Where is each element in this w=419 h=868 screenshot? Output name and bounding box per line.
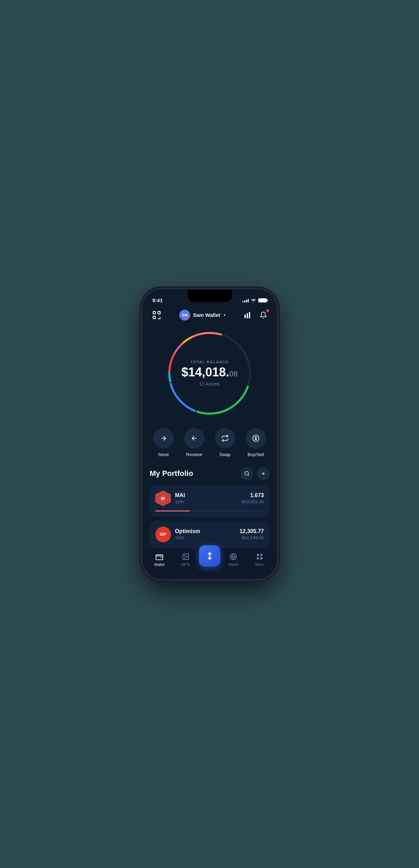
- nfts-nav-label: NFTs: [181, 562, 190, 567]
- web3-icon: [229, 552, 238, 561]
- phone-frame: 9:41: [143, 290, 276, 579]
- chevron-down-icon: ▾: [224, 313, 225, 317]
- send-action: Send: [153, 428, 174, 457]
- optimism-name: Optimism: [175, 528, 236, 534]
- notification-button[interactable]: [258, 310, 269, 321]
- mai-name: MAI: [175, 492, 238, 498]
- svg-rect-31: [257, 554, 259, 556]
- nav-nfts[interactable]: NFTs: [173, 552, 199, 567]
- more-nav-label: More: [255, 562, 264, 567]
- buysell-button[interactable]: [246, 428, 266, 449]
- optimism-info: Optimism 31%: [175, 528, 236, 540]
- mai-icon: ₥: [155, 491, 171, 506]
- swap-label: Swap: [219, 452, 231, 457]
- mai-pct: 32%: [175, 499, 238, 504]
- header-right: [242, 310, 269, 321]
- actions-row: Send Receive: [143, 425, 276, 467]
- wifi-icon: [251, 298, 256, 302]
- svg-rect-1: [158, 311, 160, 314]
- phone-screen: 9:41: [143, 290, 276, 579]
- more-icon: [255, 552, 264, 561]
- balance-cents: 08: [229, 370, 237, 378]
- balance-section: TOTAL BALANCE $14,018.08 12 Assets: [143, 325, 276, 425]
- balance-assets: 12 Assets: [181, 381, 238, 387]
- svg-point-21: [245, 471, 249, 475]
- svg-rect-7: [244, 314, 246, 318]
- asset-row: ₥ MAI 32% 1.673 $43,003.34: [155, 491, 264, 506]
- center-action-button[interactable]: [199, 545, 220, 567]
- svg-rect-0: [153, 311, 155, 314]
- mai-progress-container: [155, 510, 264, 511]
- wallet-selector[interactable]: SW Sam Wallet ▾: [179, 310, 225, 321]
- svg-line-22: [248, 475, 249, 476]
- send-label: Send: [158, 452, 168, 457]
- svg-rect-33: [257, 557, 259, 559]
- add-asset-button[interactable]: [257, 467, 270, 480]
- swap-action: Swap: [215, 428, 235, 457]
- nav-wallet[interactable]: Wallet: [146, 552, 173, 567]
- signal-icon: [243, 298, 249, 302]
- wallet-icon: [155, 552, 164, 561]
- svg-rect-34: [260, 557, 262, 559]
- send-button[interactable]: [153, 428, 174, 449]
- mai-usd: $43,003.34: [241, 499, 264, 504]
- notch: [187, 290, 232, 302]
- nav-more[interactable]: More: [247, 552, 273, 567]
- status-icons: [243, 298, 267, 302]
- svg-point-26: [160, 557, 161, 558]
- asset-card-mai[interactable]: ₥ MAI 32% 1.673 $43,003.34: [150, 485, 270, 517]
- battery-icon: [258, 298, 267, 302]
- scan-button[interactable]: [150, 309, 163, 321]
- svg-rect-25: [156, 555, 163, 560]
- optimism-pct: 31%: [175, 535, 236, 540]
- balance-amount: $14,018.08: [181, 366, 238, 378]
- buysell-action: Buy/Sell: [246, 428, 266, 457]
- portfolio-action-buttons: [241, 467, 270, 480]
- portfolio-section: My Portfolio: [143, 467, 276, 548]
- balance-info: TOTAL BALANCE $14,018.08 12 Assets: [181, 360, 238, 387]
- wallet-nav-label: Wallet: [154, 562, 165, 567]
- chart-button[interactable]: [242, 310, 253, 321]
- svg-rect-9: [249, 312, 250, 318]
- svg-rect-8: [247, 313, 248, 318]
- nfts-icon: [181, 552, 190, 561]
- web3-nav-label: Web3: [228, 562, 238, 567]
- mai-info: MAI 32%: [175, 492, 238, 504]
- optimism-icon: OP: [155, 527, 171, 542]
- balance-chart: TOTAL BALANCE $14,018.08 12 Assets: [165, 329, 254, 418]
- header: SW Sam Wallet ▾: [143, 306, 276, 325]
- optimism-usd: $42,149.56: [239, 535, 264, 540]
- wallet-name: Sam Wallet: [193, 312, 220, 318]
- portfolio-title: My Portfolio: [150, 469, 193, 478]
- bottom-nav: Wallet NFTs: [143, 548, 276, 579]
- receive-label: Receive: [186, 452, 202, 457]
- receive-action: Receive: [184, 428, 205, 457]
- nav-center[interactable]: [199, 552, 220, 567]
- receive-button[interactable]: [184, 428, 205, 449]
- balance-main: $14,018.: [181, 365, 229, 379]
- svg-rect-2: [153, 316, 155, 319]
- notification-badge: [266, 309, 270, 312]
- status-time: 9:41: [153, 297, 163, 303]
- buysell-label: Buy/Sell: [248, 452, 264, 457]
- swap-button[interactable]: [215, 428, 235, 449]
- mai-amount: 1.673: [241, 492, 264, 498]
- mai-progress-bar: [155, 510, 190, 511]
- svg-point-28: [184, 555, 185, 556]
- asset-card-optimism[interactable]: OP Optimism 31% 12,305.77 $42,149.56: [150, 521, 270, 548]
- optimism-values: 12,305.77 $42,149.56: [239, 528, 264, 540]
- asset-row: OP Optimism 31% 12,305.77 $42,149.56: [155, 527, 264, 542]
- portfolio-header: My Portfolio: [150, 467, 270, 480]
- mai-values: 1.673 $43,003.34: [241, 492, 264, 504]
- svg-rect-32: [260, 554, 262, 556]
- wallet-avatar: SW: [179, 310, 190, 321]
- search-button[interactable]: [241, 467, 253, 480]
- balance-label: TOTAL BALANCE: [181, 360, 238, 364]
- optimism-amount: 12,305.77: [239, 528, 264, 534]
- nav-web3[interactable]: Web3: [220, 552, 247, 567]
